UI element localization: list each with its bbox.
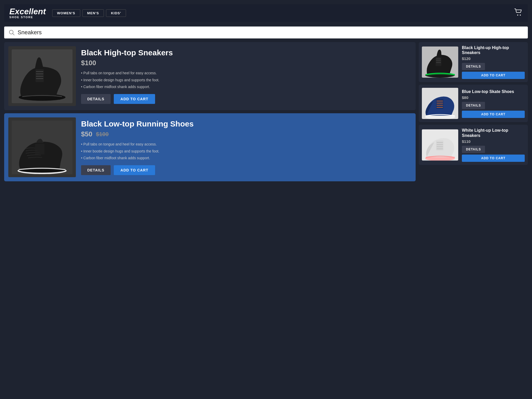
price-current: $50 xyxy=(81,130,92,138)
svg-point-0 xyxy=(517,15,518,16)
product-price-sale: $50 $100 xyxy=(81,130,411,138)
logo-sub: SHOE STORE xyxy=(9,16,46,19)
add-to-cart-button[interactable]: ADD TO CART xyxy=(114,165,155,175)
cart-button[interactable] xyxy=(514,9,523,18)
product-card-black-lowtop: Black Low-top Running Shoes $50 $100 • P… xyxy=(4,113,416,181)
product-info-black-hightop: Black High-top Sneakers $100 • Pull tabs… xyxy=(81,48,411,104)
product-price: $100 xyxy=(81,59,411,67)
sidebar-products: Black Light-up High-top Sneakers $120 DE… xyxy=(419,42,528,181)
shoe-small-svg-3 xyxy=(422,129,458,161)
product-price-small: $120 xyxy=(462,56,525,61)
bullet-3: • Carbon fiber midfoot shank adds suppor… xyxy=(81,83,411,90)
search-bar xyxy=(4,26,528,38)
svg-line-3 xyxy=(13,34,14,35)
nav-kids[interactable]: KIDS' xyxy=(106,9,126,17)
price-old: $100 xyxy=(96,131,109,138)
product-info-small-1: Black Light-up High-top Sneakers $120 DE… xyxy=(462,45,525,79)
featured-products: Black High-top Sneakers $100 • Pull tabs… xyxy=(4,42,416,181)
add-to-cart-button-small[interactable]: ADD TO CART xyxy=(462,111,525,118)
shoe-small-svg-1 xyxy=(422,46,458,78)
search-input[interactable] xyxy=(18,29,523,36)
product-price-small: $110 xyxy=(462,139,525,144)
product-title: Black Low-top Running Shoes xyxy=(81,119,411,128)
details-button-small[interactable]: DETAILS xyxy=(462,63,485,70)
product-image-white-lightup xyxy=(422,129,458,161)
product-info-small-2: Blue Low-top Skate Shoes $80 DETAILS ADD… xyxy=(462,89,525,118)
bullet-3: • Carbon fiber midfoot shank adds suppor… xyxy=(81,155,411,162)
product-card-white-lightup: White Light-up Low-top Sneakers $110 DET… xyxy=(419,125,528,165)
product-card-black-hightop: Black High-top Sneakers $100 • Pull tabs… xyxy=(4,42,416,110)
shoe-image-svg xyxy=(12,49,72,103)
add-to-cart-button[interactable]: ADD TO CART xyxy=(114,94,155,104)
product-bullets: • Pull tabs on tongue and heel for easy … xyxy=(81,141,411,162)
svg-point-1 xyxy=(520,15,521,16)
header: Excellent SHOE STORE WOMEN'S MEN'S KIDS' xyxy=(4,4,528,22)
product-actions-small: DETAILS ADD TO CART xyxy=(462,63,525,79)
product-price-small: $80 xyxy=(462,95,525,100)
product-actions-small: DETAILS ADD TO CART xyxy=(462,102,525,118)
product-card-blue-skate: Blue Low-top Skate Shoes $80 DETAILS ADD… xyxy=(419,85,528,122)
shoe-small-svg-2 xyxy=(422,88,458,119)
details-button-small[interactable]: DETAILS xyxy=(462,146,485,153)
product-actions: DETAILS ADD TO CART xyxy=(81,94,411,104)
header-left: Excellent SHOE STORE WOMEN'S MEN'S KIDS' xyxy=(9,7,126,19)
product-image-black-hightop xyxy=(8,46,76,106)
product-title: Black High-top Sneakers xyxy=(81,48,411,57)
svg-rect-15 xyxy=(35,144,44,155)
search-icon xyxy=(9,30,15,35)
product-image-blue-skate xyxy=(422,88,458,119)
product-actions: DETAILS ADD TO CART xyxy=(81,165,411,175)
product-info-small-3: White Light-up Low-top Sneakers $110 DET… xyxy=(462,128,525,162)
details-button[interactable]: DETAILS xyxy=(81,94,111,104)
product-image-black-lowtop xyxy=(8,117,76,177)
product-image-black-lightup xyxy=(422,46,458,78)
shoe-image-lowtop-svg xyxy=(12,121,72,174)
svg-rect-18 xyxy=(436,57,441,66)
nav-womens[interactable]: WOMEN'S xyxy=(52,9,80,17)
add-to-cart-button-small[interactable]: ADD TO CART xyxy=(462,155,525,162)
product-title-small: Blue Low-top Skate Shoes xyxy=(462,89,525,94)
details-button-small[interactable]: DETAILS xyxy=(462,102,485,109)
product-actions-small: DETAILS ADD TO CART xyxy=(462,146,525,162)
product-grid: Black High-top Sneakers $100 • Pull tabs… xyxy=(4,42,528,181)
main-nav: WOMEN'S MEN'S KIDS' xyxy=(52,9,126,17)
details-button[interactable]: DETAILS xyxy=(81,165,111,175)
product-title-small: Black Light-up High-top Sneakers xyxy=(462,45,525,55)
logo: Excellent SHOE STORE xyxy=(9,7,46,19)
product-bullets: • Pull tabs on tongue and heel for easy … xyxy=(81,70,411,90)
bullet-1: • Pull tabs on tongue and heel for easy … xyxy=(81,70,411,77)
product-card-black-lightup: Black Light-up High-top Sneakers $120 DE… xyxy=(419,42,528,82)
bullet-2: • Inner bootie design hugs and supports … xyxy=(81,77,411,84)
nav-mens[interactable]: MEN'S xyxy=(82,9,104,17)
bullet-2: • Inner bootie design hugs and supports … xyxy=(81,148,411,155)
cart-icon xyxy=(514,9,523,16)
add-to-cart-button-small[interactable]: ADD TO CART xyxy=(462,72,525,79)
svg-rect-7 xyxy=(36,69,44,82)
product-title-small: White Light-up Low-top Sneakers xyxy=(462,128,525,138)
logo-excellent: Excellent xyxy=(9,7,46,16)
bullet-1: • Pull tabs on tongue and heel for easy … xyxy=(81,141,411,148)
product-info-black-lowtop: Black Low-top Running Shoes $50 $100 • P… xyxy=(81,119,411,175)
